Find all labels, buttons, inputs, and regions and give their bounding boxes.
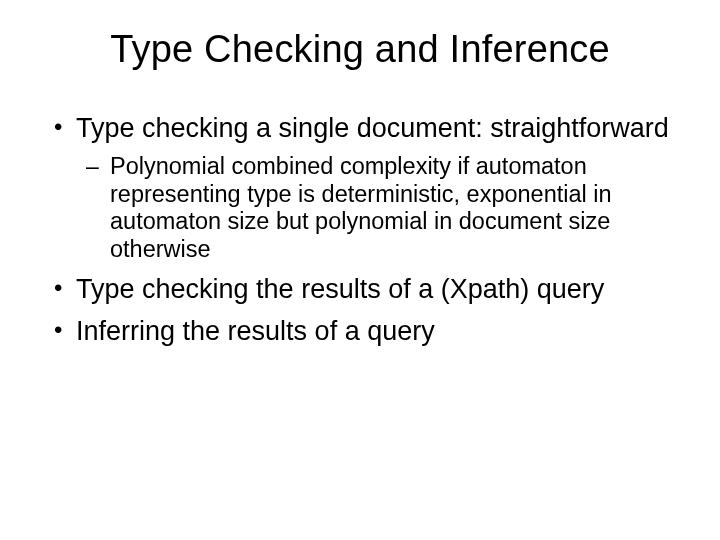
bullet-text: Inferring the results of a query bbox=[76, 316, 435, 346]
bullet-item: Type checking the results of a (Xpath) q… bbox=[48, 274, 672, 306]
bullet-list-level2: Polynomial combined complexity if automa… bbox=[76, 153, 672, 264]
slide-title: Type Checking and Inference bbox=[48, 28, 672, 71]
sub-bullet-item: Polynomial combined complexity if automa… bbox=[76, 153, 672, 264]
bullet-list-level1: Type checking a single document: straigh… bbox=[48, 113, 672, 347]
bullet-item: Inferring the results of a query bbox=[48, 316, 672, 348]
sub-bullet-text: Polynomial combined complexity if automa… bbox=[110, 153, 612, 262]
bullet-text: Type checking the results of a (Xpath) q… bbox=[76, 274, 604, 304]
bullet-item: Type checking a single document: straigh… bbox=[48, 113, 672, 264]
bullet-text: Type checking a single document: straigh… bbox=[76, 113, 669, 143]
